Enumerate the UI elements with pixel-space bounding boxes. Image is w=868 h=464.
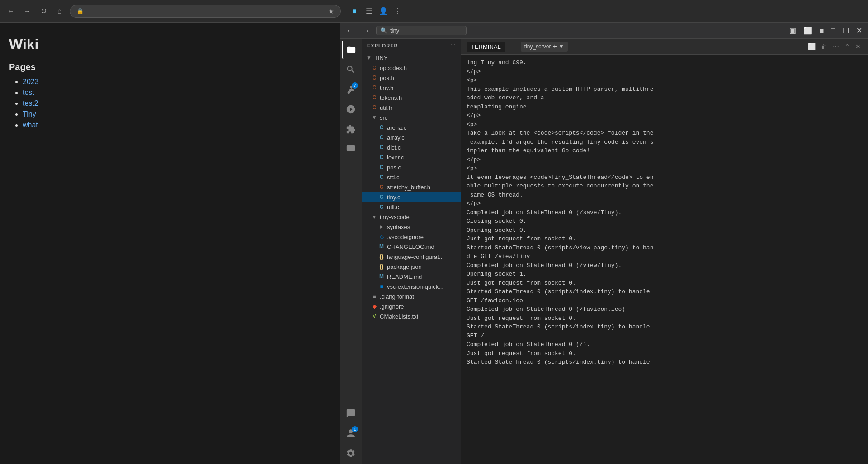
file-label: CMakeLists.txt bbox=[380, 313, 418, 320]
back-button[interactable]: ← bbox=[5, 5, 17, 18]
terminal-tab[interactable]: TERMINAL bbox=[467, 42, 505, 52]
explorer-menu[interactable]: ⋯ bbox=[450, 42, 456, 48]
file-dict-c[interactable]: C dict.c bbox=[362, 142, 461, 152]
file-label: language-configurat... bbox=[387, 253, 444, 260]
file-vscodeignore[interactable]: ◇ .vscodeignore bbox=[362, 232, 461, 242]
link-what[interactable]: what bbox=[23, 121, 38, 129]
file-stretchy-buffer-h[interactable]: C stretchy_buffer.h bbox=[362, 182, 461, 192]
folder-src[interactable]: ▼ src bbox=[362, 112, 461, 122]
link-test[interactable]: test bbox=[23, 89, 34, 96]
terminal-line: dle GET /view/Tiny bbox=[467, 252, 863, 261]
link-2023[interactable]: 2023 bbox=[23, 78, 39, 85]
settings-icon[interactable] bbox=[342, 444, 360, 462]
close-vscode-button[interactable]: ✕ bbox=[854, 25, 864, 36]
run-debug-icon[interactable] bbox=[342, 100, 360, 118]
folder-syntaxes[interactable]: ► syntaxes bbox=[362, 222, 461, 232]
md-file-icon: M bbox=[378, 273, 385, 280]
terminal-line: aded web server, and a bbox=[467, 94, 863, 103]
folder-chevron: ► bbox=[378, 223, 385, 230]
file-label: pos.h bbox=[380, 75, 394, 81]
c-file-icon: C bbox=[378, 164, 385, 171]
terminal-body[interactable]: ing Tiny and C99. </p> <p> This example … bbox=[461, 55, 868, 464]
remote-icon[interactable] bbox=[342, 140, 360, 158]
link-test2[interactable]: test2 bbox=[23, 99, 38, 107]
extensions-activity-icon[interactable] bbox=[342, 120, 360, 138]
terminal-maximize-button[interactable]: ⌃ bbox=[843, 42, 852, 51]
terminal-dots[interactable]: ⋯ bbox=[831, 42, 841, 51]
file-arena-c[interactable]: C arena.c bbox=[362, 122, 461, 132]
file-pos-h[interactable]: C pos.h bbox=[362, 73, 461, 83]
vscode-back-button[interactable]: ← bbox=[344, 26, 356, 36]
file-cmakelists[interactable]: M CMakeLists.txt bbox=[362, 311, 461, 321]
file-clang-format[interactable]: ≡ .clang-format bbox=[362, 291, 461, 301]
link-tiny[interactable]: Tiny bbox=[23, 110, 36, 118]
file-label: pos.c bbox=[387, 164, 401, 171]
file-vsc-extension[interactable]: ■ vsc-extension-quick... bbox=[362, 281, 461, 291]
home-button[interactable]: ⌂ bbox=[53, 5, 66, 18]
file-lexer-c[interactable]: C lexer.c bbox=[362, 152, 461, 162]
account-icon[interactable]: 1 bbox=[342, 424, 360, 442]
file-util-h[interactable]: C util.h bbox=[362, 103, 461, 112]
refresh-button[interactable]: ↻ bbox=[37, 5, 50, 18]
split-button[interactable]: ⬜ bbox=[801, 25, 815, 36]
split-terminal-button[interactable]: ⬜ bbox=[806, 42, 817, 51]
vscode-forward-button[interactable]: → bbox=[360, 26, 373, 36]
file-opcodes-h[interactable]: C opcodes.h bbox=[362, 63, 461, 73]
file-label: util.h bbox=[380, 104, 392, 111]
file-gitignore[interactable]: ◆ .gitignore bbox=[362, 301, 461, 311]
chat-icon[interactable] bbox=[342, 404, 360, 422]
file-tiny-c[interactable]: C tiny.c bbox=[362, 192, 461, 202]
file-pos-c[interactable]: C pos.c bbox=[362, 162, 461, 172]
file-std-c[interactable]: C std.c bbox=[362, 172, 461, 182]
vscode-search-input[interactable] bbox=[390, 27, 453, 34]
c-file-icon: C bbox=[378, 193, 385, 201]
folder-tiny[interactable]: ▼ TINY bbox=[362, 53, 461, 63]
url-input[interactable]: localhost:8080 bbox=[87, 8, 325, 15]
forward-button[interactable]: → bbox=[21, 5, 33, 18]
file-label: CHANGELOG.md bbox=[387, 244, 434, 250]
chevron-down-icon[interactable]: ▼ bbox=[559, 43, 564, 50]
terminal-line: <p> bbox=[467, 164, 863, 173]
delete-terminal-button[interactable]: 🗑 bbox=[819, 42, 829, 51]
terminal-line: </p> bbox=[467, 199, 863, 208]
terminal-line: example. I'd argue the resulting Tiny co… bbox=[467, 138, 863, 147]
terminal-line: Started StateThread 0 (scripts/view_page… bbox=[467, 244, 863, 253]
file-tiny-h[interactable]: C tiny.h bbox=[362, 83, 461, 93]
terminal-menu-dots[interactable]: ⋯ bbox=[509, 42, 517, 52]
layout-button[interactable]: ▣ bbox=[787, 25, 798, 36]
file-language-config[interactable]: {} language-configurat... bbox=[362, 252, 461, 262]
explorer-icon[interactable] bbox=[342, 41, 360, 59]
browser-page: Wiki Pages 2023 test test2 Tiny what bbox=[0, 23, 340, 464]
file-readme-md[interactable]: M README.md bbox=[362, 272, 461, 281]
maximize-button[interactable]: ☐ bbox=[840, 25, 851, 36]
file-changelog-md[interactable]: M CHANGELOG.md bbox=[362, 242, 461, 252]
star-icon[interactable]: ★ bbox=[328, 8, 334, 15]
c-file-icon: C bbox=[378, 173, 385, 181]
file-array-c[interactable]: C array.c bbox=[362, 132, 461, 142]
profile-button[interactable]: 👤 bbox=[377, 5, 390, 18]
file-label: vsc-extension-quick... bbox=[387, 283, 443, 290]
vsc-file-icon: ◇ bbox=[378, 233, 385, 240]
terminal-line: Just got request from socket 0. bbox=[467, 234, 863, 244]
bookmark-button[interactable]: ☰ bbox=[363, 5, 375, 18]
add-terminal-icon[interactable]: + bbox=[552, 42, 557, 51]
menu-button[interactable]: ⋮ bbox=[392, 5, 404, 18]
file-package-json[interactable]: {} package.json bbox=[362, 262, 461, 272]
file-tokens-h[interactable]: C tokens.h bbox=[362, 93, 461, 103]
terminal-close-button[interactable]: ✕ bbox=[854, 42, 863, 51]
file-label: arena.c bbox=[387, 124, 406, 131]
file-label: tokens.h bbox=[380, 94, 402, 101]
folder-tiny-vscode[interactable]: ▼ tiny-vscode bbox=[362, 212, 461, 222]
terminal-line: Opening socket 1. bbox=[467, 270, 863, 279]
extensions-button[interactable]: ■ bbox=[348, 5, 361, 18]
clang-file-icon: ≡ bbox=[371, 293, 378, 300]
explorer-header: EXPLORER ⋯ bbox=[362, 39, 461, 52]
view-button[interactable]: □ bbox=[829, 26, 838, 36]
search-activity-icon[interactable] bbox=[342, 61, 360, 79]
terminal-line: </p> bbox=[467, 111, 863, 120]
file-util-c[interactable]: C util.c bbox=[362, 202, 461, 212]
lock-icon: 🔒 bbox=[76, 8, 84, 14]
source-control-icon[interactable]: 7 bbox=[342, 80, 360, 98]
grid-button[interactable]: ■ bbox=[817, 26, 826, 36]
file-label: tiny.c bbox=[387, 194, 400, 201]
